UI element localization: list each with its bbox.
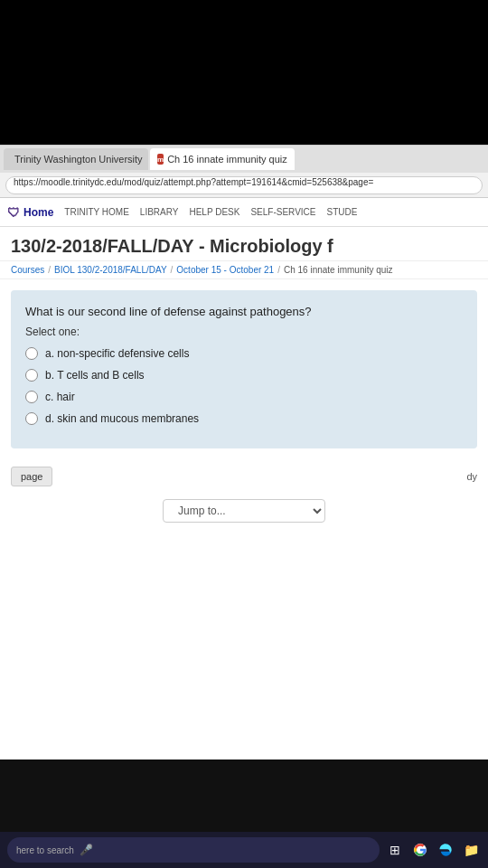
radio-c[interactable] bbox=[25, 391, 38, 403]
page-btn-area: page bbox=[11, 467, 52, 486]
address-input[interactable]: https://moodle.trinitydc.edu/mod/quiz/at… bbox=[5, 176, 483, 194]
bottom-nav: page dy bbox=[0, 459, 488, 494]
taskbar-search-text: here to search bbox=[16, 845, 74, 855]
quiz-area: What is our second line of defense again… bbox=[11, 290, 477, 448]
taskbar: here to search 🎤 ⊞ 📁 bbox=[0, 832, 488, 868]
top-bezel bbox=[0, 0, 488, 145]
breadcrumb-sep-2: / bbox=[171, 265, 174, 275]
nav-trinity-home[interactable]: TRINITY HOME bbox=[64, 207, 128, 217]
taskbar-square-icon[interactable]: ⊞ bbox=[385, 840, 405, 860]
breadcrumb-dates[interactable]: October 15 - October 21 bbox=[176, 265, 274, 275]
nav-help-desk[interactable]: HELP DESK bbox=[189, 207, 239, 217]
nav-library[interactable]: LIBRARY bbox=[140, 207, 179, 217]
breadcrumb: Courses / BIOL 130/2-2018/FALL/DAY / Oct… bbox=[0, 261, 488, 279]
tab-trinity[interactable]: Trinity Washington University × bbox=[4, 148, 148, 170]
jump-to-row: Jump to... bbox=[0, 494, 488, 528]
bottom-bezel bbox=[0, 760, 488, 832]
edge-icon[interactable] bbox=[436, 840, 455, 860]
breadcrumb-biol[interactable]: BIOL 130/2-2018/FALL/DAY bbox=[54, 265, 167, 275]
nav-self-service[interactable]: SELF-SERVICE bbox=[250, 207, 315, 217]
nav-home[interactable]: 🛡 Home bbox=[7, 205, 53, 220]
breadcrumb-courses[interactable]: Courses bbox=[11, 265, 44, 275]
tab-quiz[interactable]: m Ch 16 innate immunity quiz × bbox=[150, 148, 295, 170]
jump-to-select[interactable]: Jump to... bbox=[163, 499, 325, 523]
dy-label: dy bbox=[466, 471, 477, 482]
option-label-d: d. skin and mucous membranes bbox=[45, 412, 199, 425]
google-icon[interactable] bbox=[410, 840, 430, 860]
tab-label-2: Ch 16 innate immunity quiz bbox=[167, 154, 287, 165]
option-label-c: c. hair bbox=[45, 391, 75, 403]
nav-bar: 🛡 Home TRINITY HOME LIBRARY HELP DESK SE… bbox=[0, 198, 488, 227]
page-content: 130/2-2018/FALL/DAY - Microbiology f Cou… bbox=[0, 227, 488, 796]
option-row-b[interactable]: b. T cells and B cells bbox=[25, 369, 463, 382]
tab-bar: Trinity Washington University × m Ch 16 … bbox=[0, 146, 488, 173]
nav-home-label: Home bbox=[23, 206, 53, 219]
nav-stude[interactable]: STUDE bbox=[326, 207, 357, 217]
radio-a[interactable] bbox=[25, 347, 38, 360]
breadcrumb-sep-3: / bbox=[277, 265, 280, 275]
page-title-bar: 130/2-2018/FALL/DAY - Microbiology f bbox=[0, 227, 488, 261]
option-row-d[interactable]: d. skin and mucous membranes bbox=[25, 412, 463, 425]
mic-icon: 🎤 bbox=[80, 844, 93, 856]
option-row-a[interactable]: a. non-specific defensive cells bbox=[25, 347, 463, 360]
option-label-a: a. non-specific defensive cells bbox=[45, 347, 189, 360]
question-text: What is our second line of defense again… bbox=[25, 305, 463, 318]
radio-b[interactable] bbox=[25, 369, 38, 382]
breadcrumb-sep-1: / bbox=[48, 265, 51, 275]
taskbar-search[interactable]: here to search 🎤 bbox=[7, 837, 380, 863]
breadcrumb-quiz: Ch 16 innate immunity quiz bbox=[284, 265, 393, 275]
page-button[interactable]: page bbox=[11, 467, 52, 486]
address-bar-row: https://moodle.trinitydc.edu/mod/quiz/at… bbox=[0, 173, 488, 198]
folder-icon[interactable]: 📁 bbox=[461, 840, 481, 860]
browser-window: Trinity Washington University × m Ch 16 … bbox=[0, 145, 488, 796]
select-one-label: Select one: bbox=[25, 326, 463, 338]
page-title: 130/2-2018/FALL/DAY - Microbiology f bbox=[11, 236, 477, 257]
option-row-c[interactable]: c. hair bbox=[25, 391, 463, 403]
tab-label-1: Trinity Washington University bbox=[14, 154, 143, 165]
radio-d[interactable] bbox=[25, 412, 38, 425]
option-label-b: b. T cells and B cells bbox=[45, 369, 145, 382]
tab-favicon-2: m bbox=[157, 154, 164, 165]
home-shield-icon: 🛡 bbox=[7, 205, 20, 220]
